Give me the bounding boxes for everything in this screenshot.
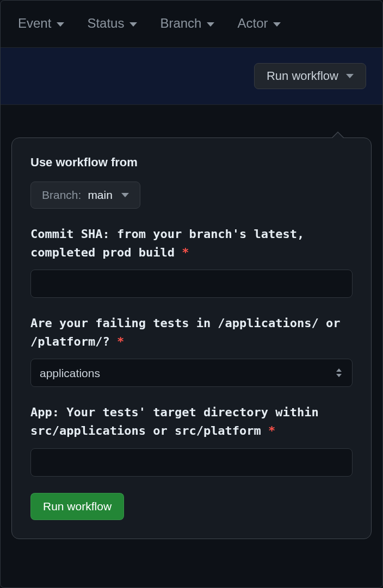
app-label: App: Your tests' target directory within… [30, 403, 353, 440]
workflows-panel: Event Status Branch Actor Run workflow U… [0, 0, 383, 588]
filter-bar: Event Status Branch Actor [1, 1, 382, 48]
branch-selector-label: Branch: [42, 189, 81, 202]
popover-arrow-icon [331, 132, 344, 138]
filter-branch-label: Branch [160, 16, 201, 31]
workflow-dispatch-band: Run workflow [1, 48, 382, 105]
caret-down-icon [57, 22, 64, 27]
commit-sha-input[interactable] [30, 270, 353, 298]
location-label-text: Are your failing tests in /applications/… [30, 316, 341, 348]
required-asterisk-icon: * [182, 246, 189, 259]
app-input[interactable] [30, 448, 353, 477]
caret-down-icon [207, 22, 214, 27]
caret-down-icon [273, 22, 281, 27]
location-label: Are your failing tests in /applications/… [30, 314, 353, 351]
filter-event-label: Event [18, 16, 51, 31]
branch-selector-button[interactable]: Branch: main [30, 182, 140, 209]
filter-status-label: Status [87, 16, 124, 31]
run-workflow-submit-button[interactable]: Run workflow [30, 493, 124, 520]
caret-down-icon [129, 22, 137, 27]
commit-sha-label: Commit SHA: from your branch's latest, c… [30, 225, 353, 262]
run-workflow-submit-label: Run workflow [43, 500, 112, 513]
location-select-wrap: applicationsplatform [30, 359, 353, 387]
branch-selector-value: main [88, 189, 113, 202]
location-select[interactable]: applicationsplatform [30, 359, 353, 387]
filter-status-button[interactable]: Status [87, 16, 137, 31]
use-workflow-from-title: Use workflow from [30, 155, 353, 170]
required-asterisk-icon: * [117, 335, 124, 348]
filter-branch-button[interactable]: Branch [160, 16, 214, 31]
caret-down-icon [346, 74, 354, 78]
filter-event-button[interactable]: Event [18, 16, 64, 31]
filter-actor-label: Actor [237, 16, 268, 31]
required-asterisk-icon: * [268, 424, 275, 437]
caret-down-icon [121, 193, 129, 197]
run-workflow-trigger-label: Run workflow [267, 69, 338, 83]
run-workflow-popover-wrap: Use workflow from Branch: main Commit SH… [11, 137, 372, 539]
run-workflow-popover: Use workflow from Branch: main Commit SH… [11, 137, 372, 539]
run-workflow-trigger-button[interactable]: Run workflow [254, 63, 366, 89]
filter-actor-button[interactable]: Actor [237, 16, 281, 31]
commit-sha-label-text: Commit SHA: from your branch's latest, c… [30, 227, 304, 259]
